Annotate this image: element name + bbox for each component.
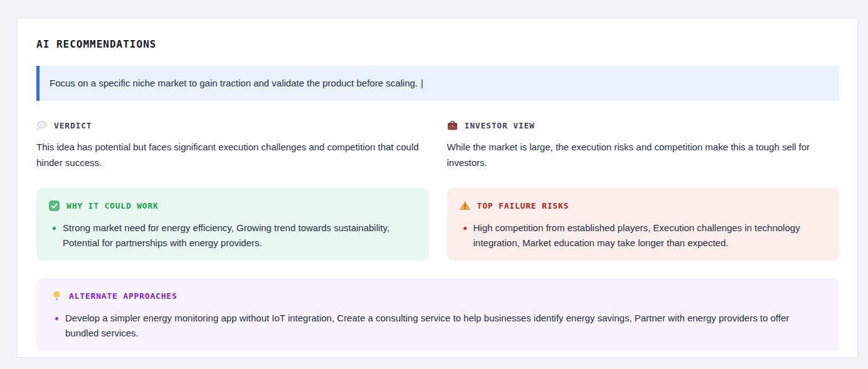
bullet-dot [463,227,467,230]
thought-balloon-icon [36,120,47,131]
light-bulb-icon [51,291,62,301]
top-failure-risks-label: TOP FAILURE RISKS [477,201,569,210]
typing-cursor: | [421,78,423,88]
warning-triangle-icon [460,200,470,211]
investor-view-header: INVESTOR VIEW [447,120,840,131]
why-it-could-work-box: WHY IT COULD WORK Strong market need for… [36,188,429,261]
panel-title: AI RECOMMENDATIONS [36,38,839,50]
bullet-dot [53,227,56,230]
investor-view-section: INVESTOR VIEW While the market is large,… [447,120,840,170]
recommendation-quote-text: Focus on a specific niche market to gain… [50,78,418,88]
verdict-header: VERDICT [36,120,429,131]
why-it-could-work-header: WHY IT COULD WORK [49,200,414,211]
investor-view-text: While the market is large, the execution… [447,139,840,170]
why-it-could-work-label: WHY IT COULD WORK [66,201,159,210]
check-box-icon [49,200,60,211]
why-it-could-work-item: Strong market need for energy efficiency… [49,221,414,251]
bullet-dot [55,317,58,320]
verdict-section: VERDICT This idea has potential but face… [36,120,429,170]
recommendations-grid: VERDICT This idea has potential but face… [36,120,839,261]
top-failure-risks-item-text: High competition from established player… [474,221,825,251]
alternate-approaches-box: ALTERNATE APPROACHES Develop a simpler e… [36,278,839,351]
top-failure-risks-item: High competition from established player… [460,221,825,251]
alternate-approaches-label: ALTERNATE APPROACHES [69,291,177,301]
verdict-label: VERDICT [54,121,92,130]
recommendation-quote: Focus on a specific niche market to gain… [36,66,839,101]
investor-view-label: INVESTOR VIEW [465,121,535,130]
top-failure-risks-box: TOP FAILURE RISKS High competition from … [447,188,840,261]
top-failure-risks-header: TOP FAILURE RISKS [460,200,825,211]
alternate-approaches-header: ALTERNATE APPROACHES [51,291,824,301]
alternate-approaches-item: Develop a simpler energy monitoring app … [51,311,824,341]
alternate-approaches-item-text: Develop a simpler energy monitoring app … [65,311,824,341]
verdict-text: This idea has potential but faces signif… [36,139,429,170]
ai-recommendations-card: AI RECOMMENDATIONS Focus on a specific n… [17,18,858,358]
why-it-could-work-item-text: Strong market need for energy efficiency… [63,221,414,251]
briefcase-icon [447,120,458,131]
